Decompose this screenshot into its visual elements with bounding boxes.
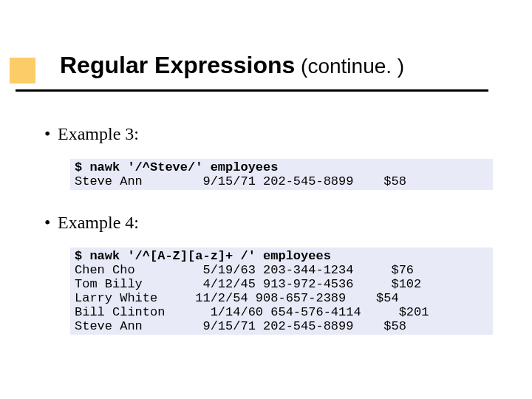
- code-output: Steve Ann 9/15/71 202-545-8899 $58: [75, 174, 406, 188]
- code-command: $ nawk '/^[A-Z][a-z]+ /' employees: [75, 249, 331, 263]
- bullet-text: Example 4:: [58, 213, 139, 232]
- code-block-1: $ nawk '/^Steve/' employees Steve Ann 9/…: [70, 159, 493, 190]
- slide-title: Regular Expressions (continue. ): [16, 52, 488, 92]
- code-command: $ nawk '/^Steve/' employees: [75, 160, 278, 174]
- title-main: Regular Expressions: [60, 52, 295, 78]
- title-sub: (continue. ): [295, 55, 404, 78]
- bullet-example-3: •Example 3:: [44, 124, 139, 144]
- bullet-text: Example 3:: [58, 124, 139, 143]
- code-output: Chen Cho 5/19/63 203-344-1234 $76 Tom Bi…: [75, 263, 429, 333]
- code-block-2: $ nawk '/^[A-Z][a-z]+ /' employees Chen …: [70, 248, 493, 335]
- bullet-example-4: •Example 4:: [44, 213, 139, 233]
